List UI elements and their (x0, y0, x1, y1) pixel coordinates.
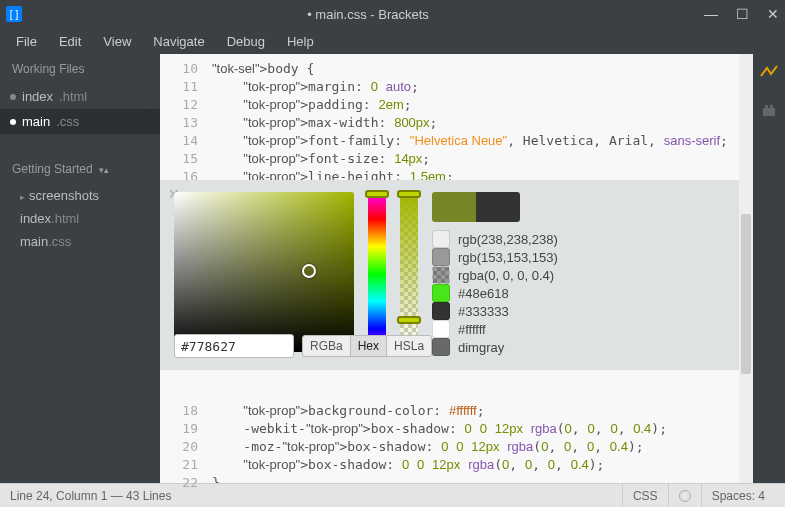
swatch-48e618[interactable]: #48e618 (432, 284, 558, 302)
sv-handle[interactable] (302, 264, 316, 278)
swatch-color (432, 338, 450, 356)
cursor-position: Line 24, Column 1 — 43 Lines (10, 489, 171, 503)
swatch-color (432, 230, 450, 248)
color-preview (432, 192, 520, 222)
scroll-thumb[interactable] (741, 214, 751, 374)
menu-view[interactable]: View (93, 31, 141, 52)
swatch-label: rgba(0, 0, 0, 0.4) (458, 268, 554, 283)
extensions-icon[interactable] (759, 100, 779, 120)
color-picker-inline: ✕ rgb(238,238,238)rgb(153,153,153)rgba(0… (160, 180, 739, 370)
preview-new (432, 192, 476, 222)
working-file-main[interactable]: main.css (0, 109, 160, 134)
menu-file[interactable]: File (6, 31, 47, 52)
hue-slider[interactable] (368, 192, 386, 356)
title-bar: [ ] • main.css - Brackets — ☐ ✕ (0, 0, 785, 28)
format-rgba[interactable]: RGBa (302, 335, 351, 357)
swatch-color (432, 284, 450, 302)
modified-dot-icon (10, 119, 16, 125)
svg-rect-0 (763, 108, 775, 116)
swatch-333333[interactable]: #333333 (432, 302, 558, 320)
language-mode[interactable]: CSS (622, 484, 668, 507)
svg-rect-2 (770, 105, 773, 108)
format-hex[interactable]: Hex (350, 335, 387, 357)
brackets-app-icon: [ ] (6, 6, 22, 22)
live-preview-icon[interactable] (759, 62, 779, 82)
swatch-label: rgb(238,238,238) (458, 232, 558, 247)
tree-item-main[interactable]: main.css (0, 230, 160, 253)
window-title: • main.css - Brackets (32, 7, 704, 22)
swatch-label: #ffffff (458, 322, 486, 337)
saturation-value-field[interactable] (174, 192, 354, 352)
swatch-color (432, 266, 450, 284)
editor-scrollbar[interactable] (739, 54, 753, 483)
close-window-button[interactable]: ✕ (767, 6, 779, 22)
alpha-handle[interactable] (397, 316, 421, 324)
code-area-bottom[interactable]: "tok-prop">background-color: #ffffff; -w… (206, 396, 739, 483)
right-toolbar (753, 54, 785, 483)
dropdown-icon: ▾▴ (99, 165, 109, 175)
swatch-rgba00004[interactable]: rgba(0, 0, 0, 0.4) (432, 266, 558, 284)
menu-bar: FileEditViewNavigateDebugHelp (0, 28, 785, 54)
status-circle-icon (679, 490, 691, 502)
project-header-label: Getting Started (12, 162, 93, 176)
menu-help[interactable]: Help (277, 31, 324, 52)
inspection-status[interactable] (668, 484, 701, 507)
project-header[interactable]: Getting Started ▾▴ (0, 154, 160, 184)
hue-handle[interactable] (365, 190, 389, 198)
working-file-index[interactable]: index.html (0, 84, 160, 109)
swatch-ffffff[interactable]: #ffffff (432, 320, 558, 338)
menu-edit[interactable]: Edit (49, 31, 91, 52)
sidebar: Working Files index.htmlmain.css Getting… (0, 54, 160, 483)
swatch-label: #48e618 (458, 286, 509, 301)
working-files-header: Working Files (0, 54, 160, 84)
indent-setting[interactable]: Spaces: 4 (701, 484, 775, 507)
swatch-rgb238238238[interactable]: rgb(238,238,238) (432, 230, 558, 248)
modified-dot-icon (10, 94, 16, 100)
swatch-dimgray[interactable]: dimgray (432, 338, 558, 356)
swatch-rgb153153153[interactable]: rgb(153,153,153) (432, 248, 558, 266)
preview-original (476, 192, 520, 222)
swatch-color (432, 248, 450, 266)
status-bar: Line 24, Column 1 — 43 Lines CSS Spaces:… (0, 483, 785, 507)
alpha-slider[interactable] (400, 192, 418, 352)
menu-debug[interactable]: Debug (217, 31, 275, 52)
alpha-handle-top[interactable] (397, 190, 421, 198)
swatch-color (432, 302, 450, 320)
swatch-label: #333333 (458, 304, 509, 319)
editor[interactable]: 10 11 12 13 14 15 16 17 "tok-sel">body {… (160, 54, 753, 483)
tree-item-screenshots[interactable]: screenshots (0, 184, 160, 207)
minimize-button[interactable]: — (704, 6, 718, 22)
svg-rect-1 (765, 105, 768, 108)
tree-item-index[interactable]: index.html (0, 207, 160, 230)
format-hsla[interactable]: HSLa (386, 335, 432, 357)
swatch-label: dimgray (458, 340, 504, 355)
color-value-input[interactable] (174, 334, 294, 358)
swatch-label: rgb(153,153,153) (458, 250, 558, 265)
maximize-button[interactable]: ☐ (736, 6, 749, 22)
menu-navigate[interactable]: Navigate (143, 31, 214, 52)
line-gutter-bottom: 18 19 20 21 22 (160, 396, 206, 483)
swatch-color (432, 320, 450, 338)
